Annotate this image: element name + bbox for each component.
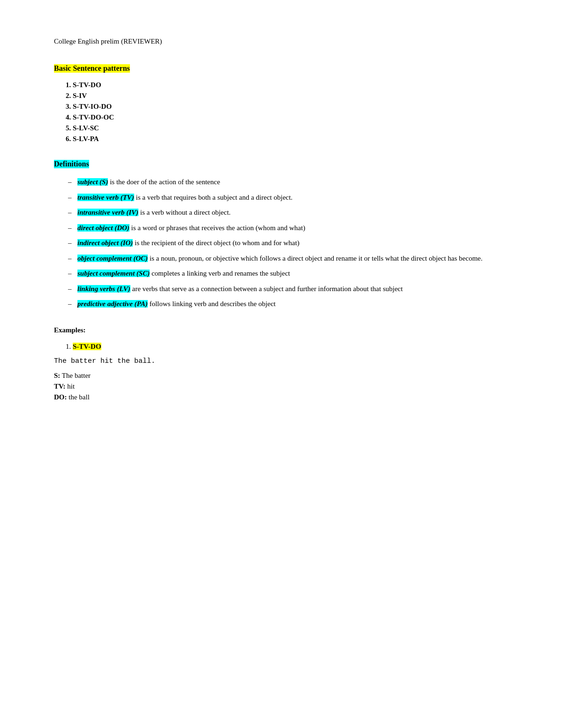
definitions-list: subject (S) is the doer of the action of… [68,177,509,309]
list-item: S-TV-IO-DO [73,103,509,111]
list-item: intransitive verb (IV) is a verb without… [68,207,509,218]
example-1-pattern: S-TV-DO [73,343,101,350]
list-item: predictive adjective (PA) follows linkin… [68,299,509,309]
examples-label: Examples: [54,326,509,334]
def-linking-verbs: are verbs that serve as a connection bet… [130,285,403,293]
example-item-1: S-TV-DO [73,343,509,351]
list-item: indirect object (IO) is the recipient of… [68,238,509,248]
def-subject-complement: completes a linking verb and renames the… [150,270,290,277]
list-item: S-TV-DO [73,81,509,89]
page-title: College English prelim (REVIEWER) [54,38,509,45]
list-item: direct object (DO) is a word or phrases … [68,223,509,233]
list-item: S-TV-DO-OC [73,113,509,121]
list-item: object complement (OC) is a noun, pronou… [68,253,509,264]
example-1-subject: S: The batter [54,372,509,380]
term-direct-object: direct object (DO) [77,224,129,232]
value-do: the ball [68,393,90,401]
label-s: S: [54,372,60,379]
def-subject: is the doer of the action of the sentenc… [108,178,220,186]
term-intransitive-verb: intransitive verb (IV) [77,209,138,216]
label-tv: TV: [54,383,65,390]
definitions-section: Definitions subject (S) is the doer of t… [54,160,509,309]
def-predictive-adjective: follows linking verb and describes the o… [148,300,276,308]
def-direct-object: is a word or phrases that receives the a… [129,224,305,232]
term-indirect-object: indirect object (IO) [77,239,133,247]
def-intransitive-verb: is a verb without a direct object. [138,209,231,216]
value-s: The batter [62,372,91,379]
list-item: subject (S) is the doer of the action of… [68,177,509,188]
term-transitive-verb: transitive verb (TV) [77,194,134,201]
basic-patterns-section: Basic Sentence patterns S-TV-DO S-IV S-T… [54,64,509,143]
term-linking-verbs: linking verbs (LV) [77,285,130,293]
list-item: linking verbs (LV) are verbs that serve … [68,284,509,294]
example-numbered-list: S-TV-DO [73,343,509,351]
term-predictive-adjective: predictive adjective (PA) [77,300,148,308]
example-1-sentence: The batter hit the ball. [54,357,509,365]
example-1-do: DO: the ball [54,393,509,401]
label-do: DO: [54,393,67,401]
def-object-complement: is a noun, pronoun, or objective which f… [148,255,483,262]
definitions-heading: Definitions [54,160,89,168]
list-item: subject complement (SC) completes a link… [68,268,509,279]
list-item: transitive verb (TV) is a verb that requ… [68,192,509,203]
list-item: S-IV [73,92,509,100]
example-1-tv: TV: hit [54,383,509,390]
basic-patterns-heading: Basic Sentence patterns [54,64,130,73]
list-item: S-LV-SC [73,124,509,132]
term-object-complement: object complement (OC) [77,255,148,262]
def-transitive-verb: is a verb that requires both a subject a… [134,194,293,201]
list-item: S-LV-PA [73,135,509,143]
examples-section: Examples: S-TV-DO The batter hit the bal… [54,326,509,401]
def-indirect-object: is the recipient of the direct object (t… [133,239,299,247]
value-tv: hit [67,383,75,390]
term-subject: subject (S) [77,178,108,186]
patterns-list: S-TV-DO S-IV S-TV-IO-DO S-TV-DO-OC S-LV-… [73,81,509,143]
term-subject-complement: subject complement (SC) [77,270,150,277]
